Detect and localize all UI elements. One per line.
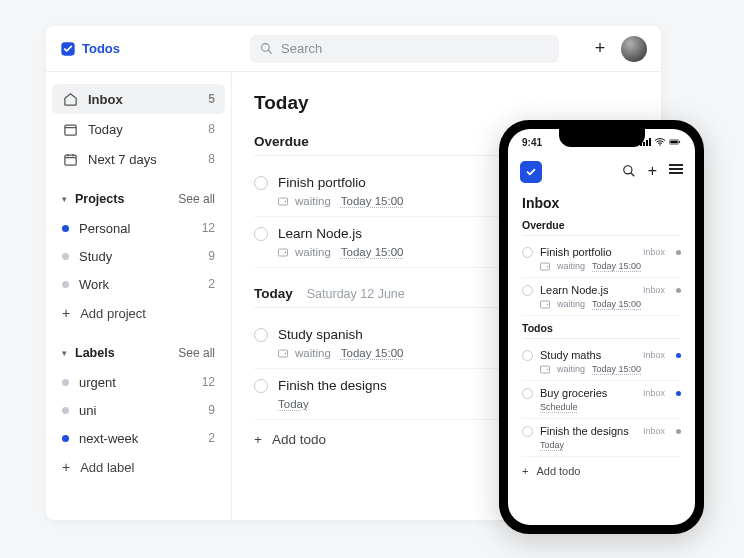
project-study[interactable]: Study 9	[52, 242, 225, 270]
sidebar-item-label: Today	[88, 122, 123, 137]
project-color-dot	[676, 353, 681, 358]
phone-task-row[interactable]: Learn Node.js Inbox waitingToday 15:00	[522, 278, 681, 316]
svg-rect-18	[679, 141, 680, 143]
task-tag: waiting	[540, 261, 585, 271]
see-all-projects[interactable]: See all	[178, 192, 215, 206]
label-next-week[interactable]: next-week 2	[52, 424, 225, 452]
add-button[interactable]: +	[589, 38, 611, 60]
task-meta: waitingToday 15:00	[540, 299, 681, 309]
task-checkbox[interactable]	[254, 176, 268, 190]
task-meta: waitingToday 15:00	[540, 364, 681, 374]
project-color-dot	[676, 429, 681, 434]
section-title: Labels	[75, 346, 115, 360]
svg-point-15	[659, 144, 661, 146]
task-title: Finish the designs	[540, 425, 636, 437]
svg-point-22	[547, 265, 548, 266]
project-count: 9	[208, 249, 215, 263]
phone-page-title: Inbox	[522, 195, 681, 211]
tag-icon	[540, 365, 552, 374]
task-tag: waiting	[278, 195, 331, 207]
group-title: Overdue	[254, 134, 309, 149]
sidebar-item-inbox[interactable]: Inbox 5	[52, 84, 225, 114]
task-checkbox[interactable]	[522, 247, 533, 258]
phone-time: 9:41	[522, 137, 542, 148]
search-input[interactable]: Search	[250, 35, 559, 63]
task-checkbox[interactable]	[254, 227, 268, 241]
task-due: Today 15:00	[341, 195, 404, 207]
wifi-icon	[654, 138, 666, 146]
svg-line-2	[268, 50, 271, 53]
home-icon	[62, 91, 78, 107]
tag-icon	[278, 248, 290, 257]
task-meta: Schedule	[540, 402, 681, 412]
label-text: uni	[79, 403, 96, 418]
phone-task-row[interactable]: Finish the designs Inbox Today	[522, 419, 681, 457]
phone-add-todo-button[interactable]: + Add todo	[522, 457, 681, 485]
task-tag: waiting	[540, 299, 585, 309]
project-count: 12	[202, 221, 215, 235]
app-logo[interactable]: Todos	[60, 41, 120, 57]
svg-rect-5	[64, 155, 75, 165]
task-project: Inbox	[643, 388, 665, 398]
add-project-button[interactable]: + Add project	[52, 298, 225, 328]
task-checkbox[interactable]	[522, 350, 533, 361]
svg-point-19	[623, 166, 631, 174]
phone-logo[interactable]	[520, 161, 542, 183]
project-color-dot	[676, 250, 681, 255]
phone-task-row[interactable]: Study maths Inbox waitingToday 15:00	[522, 343, 681, 381]
tag-icon	[278, 197, 290, 206]
phone-search-button[interactable]	[622, 164, 636, 180]
task-checkbox[interactable]	[522, 426, 533, 437]
section-projects[interactable]: ▾ Projects See all	[52, 184, 225, 214]
see-all-labels[interactable]: See all	[178, 346, 215, 360]
task-due: Today 15:00	[341, 347, 404, 359]
task-checkbox[interactable]	[522, 388, 533, 399]
project-work[interactable]: Work 2	[52, 270, 225, 298]
svg-point-24	[547, 303, 548, 304]
phone-task-row[interactable]: Buy groceries Inbox Schedule	[522, 381, 681, 419]
phone-add-button[interactable]: +	[648, 164, 657, 180]
label-text: urgent	[79, 375, 116, 390]
task-checkbox[interactable]	[254, 379, 268, 393]
phone-menu-button[interactable]	[669, 164, 683, 180]
project-personal[interactable]: Personal 12	[52, 214, 225, 242]
svg-rect-23	[541, 301, 550, 308]
project-color-dot	[676, 391, 681, 396]
label-color-dot	[62, 435, 69, 442]
label-uni[interactable]: uni 9	[52, 396, 225, 424]
sidebar-item-next7[interactable]: Next 7 days 8	[52, 144, 225, 174]
search-icon	[260, 42, 273, 55]
phone-group-header: Todos	[522, 322, 681, 339]
add-label-button[interactable]: + Add label	[52, 452, 225, 482]
search-placeholder: Search	[281, 41, 322, 56]
avatar[interactable]	[621, 36, 647, 62]
section-title: Projects	[75, 192, 124, 206]
project-color-dot	[62, 281, 69, 288]
project-count: 2	[208, 277, 215, 291]
phone-mockup: 9:41 + Inbox Overdue Finish portfolio	[499, 120, 704, 534]
group-title: Today	[254, 286, 293, 301]
label-urgent[interactable]: urgent 12	[52, 368, 225, 396]
project-color-dot	[676, 288, 681, 293]
svg-rect-3	[64, 125, 75, 135]
sidebar-item-today[interactable]: Today 8	[52, 114, 225, 144]
chevron-down-icon: ▾	[62, 348, 67, 358]
label-color-dot	[62, 407, 69, 414]
task-checkbox[interactable]	[254, 328, 268, 342]
section-labels[interactable]: ▾ Labels See all	[52, 338, 225, 368]
task-title: Learn Node.js	[278, 226, 362, 241]
task-due: Today 15:00	[592, 261, 641, 271]
task-meta: Today	[540, 440, 681, 450]
project-label: Personal	[79, 221, 130, 236]
plus-icon: +	[522, 465, 528, 477]
task-meta: waitingToday 15:00	[540, 261, 681, 271]
topbar: Todos Search +	[46, 26, 661, 72]
svg-rect-21	[541, 263, 550, 270]
phone-topbar: +	[508, 155, 695, 189]
task-project: Inbox	[643, 285, 665, 295]
phone-task-row[interactable]: Finish portfolio Inbox waitingToday 15:0…	[522, 240, 681, 278]
task-checkbox[interactable]	[522, 285, 533, 296]
search-icon	[622, 164, 636, 178]
logo-check-icon	[60, 41, 76, 57]
sidebar: Inbox 5 Today 8 Next 7 days 8 ▾ Projects…	[46, 72, 232, 520]
